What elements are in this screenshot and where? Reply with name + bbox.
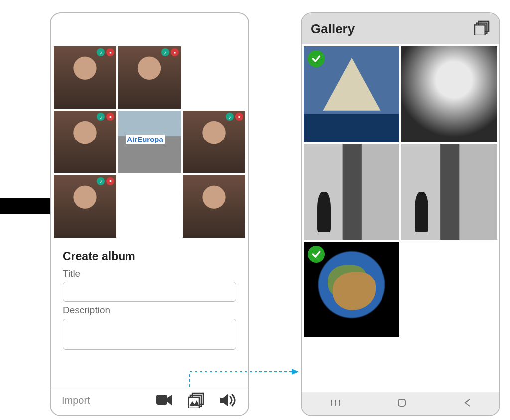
- video-icon: [235, 113, 243, 121]
- phone-gallery: Gallery: [301, 12, 500, 416]
- title-label: Title: [63, 268, 236, 279]
- import-bar: Import: [51, 387, 248, 415]
- album-thumb[interactable]: [54, 175, 116, 238]
- album-thumb[interactable]: [118, 46, 180, 109]
- gallery-grid: [302, 44, 499, 339]
- music-icon: [97, 113, 105, 121]
- import-gallery-icon[interactable]: [187, 392, 205, 408]
- back-button[interactable]: [464, 398, 471, 410]
- import-audio-icon[interactable]: [219, 392, 237, 408]
- gallery-header: Gallery: [302, 13, 499, 44]
- gallery-title: Gallery: [311, 21, 355, 37]
- album-thumb-empty: [118, 175, 180, 238]
- album-thumb[interactable]: [118, 111, 180, 173]
- video-icon: [106, 48, 114, 56]
- video-icon: [106, 113, 114, 121]
- gallery-photo[interactable]: [304, 46, 399, 142]
- gallery-photo[interactable]: [401, 144, 497, 240]
- gallery-photo[interactable]: [304, 242, 399, 337]
- gallery-photo[interactable]: [401, 46, 497, 142]
- album-thumbnail-grid: [51, 43, 248, 241]
- create-album-form: Create album Title Description: [51, 241, 248, 356]
- svg-rect-6: [475, 25, 485, 35]
- left-content: Create album Title Description Import: [51, 13, 248, 415]
- gallery-stack-icon[interactable]: [474, 20, 490, 37]
- selected-check-icon: [308, 246, 325, 263]
- title-input[interactable]: [63, 282, 236, 302]
- recent-apps-button[interactable]: [330, 399, 340, 409]
- phone-create-album: Create album Title Description Import: [50, 12, 249, 416]
- home-button[interactable]: [397, 398, 407, 410]
- import-label: Import: [62, 395, 90, 406]
- music-icon: [161, 48, 169, 56]
- video-icon: [171, 48, 179, 56]
- album-thumb[interactable]: [54, 111, 116, 173]
- description-input[interactable]: [63, 319, 236, 350]
- android-nav-bar: [302, 392, 499, 415]
- gallery-photo[interactable]: [304, 144, 399, 240]
- create-album-heading: Create album: [63, 250, 236, 263]
- import-video-icon[interactable]: [155, 392, 173, 408]
- video-icon: [106, 177, 114, 185]
- description-label: Description: [63, 305, 236, 316]
- svg-rect-10: [398, 399, 405, 406]
- music-icon: [97, 177, 105, 185]
- music-icon: [226, 113, 234, 121]
- decorative-black-bar: [0, 198, 55, 214]
- selected-check-icon: [308, 50, 325, 67]
- album-thumb-empty: [183, 46, 245, 109]
- svg-rect-0: [156, 395, 167, 405]
- album-thumb[interactable]: [183, 111, 245, 173]
- album-thumb[interactable]: [54, 46, 116, 109]
- album-thumb[interactable]: [183, 175, 245, 238]
- music-icon: [97, 48, 105, 56]
